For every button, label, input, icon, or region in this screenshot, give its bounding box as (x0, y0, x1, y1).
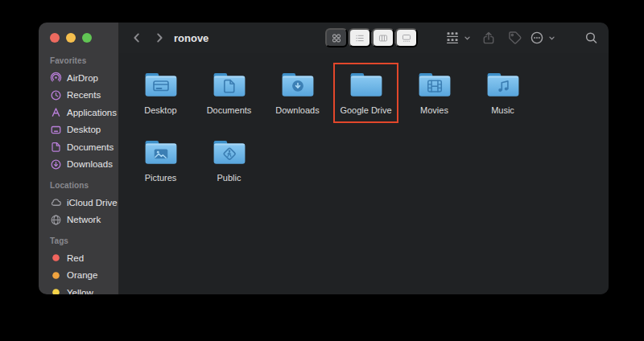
folder-icon (211, 137, 248, 167)
more-button[interactable] (530, 31, 555, 45)
folder-icon (416, 69, 453, 100)
sidebar-section: Tags Red Orange Yellow (50, 236, 118, 294)
content-area: Desktop Documents Downloads Google Drive… (119, 53, 609, 294)
tag-dot-icon (50, 269, 62, 281)
folder-icon (485, 69, 522, 100)
folder-item-public[interactable]: Public (195, 132, 263, 183)
columns-view-icon (378, 31, 388, 45)
list-view-icon (355, 31, 365, 45)
grid-view-icon (332, 31, 341, 45)
chevron-left-icon (130, 31, 143, 44)
gallery-view-button[interactable] (395, 28, 418, 47)
sidebar-section-header: Locations (50, 180, 118, 191)
finder-window: Favorites AirDrop Recents Applications D… (39, 23, 609, 294)
folder-row: Desktop Documents Downloads Google Drive… (126, 64, 537, 116)
main-pane: ronove Desktop Documents (119, 23, 609, 294)
sidebar-section-header: Favorites (50, 55, 118, 67)
airdrop-icon (50, 72, 62, 84)
applications-icon (50, 106, 62, 118)
clock-icon (50, 89, 62, 101)
document-icon (50, 141, 62, 153)
traffic-lights (39, 23, 118, 43)
folder-item-google-drive[interactable]: Google Drive (332, 64, 400, 116)
more-icon (530, 31, 544, 45)
sidebar-item-recents[interactable]: Recents (50, 87, 118, 105)
chevron-right-icon (153, 31, 166, 44)
sidebar-item-red[interactable]: Red (50, 249, 118, 267)
folder-icon (142, 69, 180, 100)
folder-row: Pictures Public (126, 132, 537, 183)
share-button[interactable] (481, 31, 496, 45)
chevron-down-icon (548, 35, 555, 42)
list-view-button[interactable] (349, 28, 371, 47)
cloud-icon (50, 196, 62, 208)
sidebar-section-header: Tags (50, 236, 118, 247)
share-icon (481, 31, 496, 45)
folder-icon (348, 69, 385, 100)
folder-item-desktop[interactable]: Desktop (126, 64, 195, 116)
folder-icon (211, 69, 248, 100)
sidebar-section: Locations iCloud Drive Network (50, 180, 118, 228)
sidebar-item-network[interactable]: Network (50, 212, 118, 229)
column-view-button[interactable] (372, 28, 394, 47)
gallery-view-icon (402, 31, 411, 45)
sidebar-item-desktop[interactable]: Desktop (50, 121, 118, 139)
back-button[interactable] (130, 31, 143, 44)
folder-icon (279, 69, 316, 100)
tag-dot-icon (50, 252, 62, 264)
download-icon (50, 158, 62, 170)
sidebar-item-downloads[interactable]: Downloads (50, 156, 118, 174)
sidebar-sections: Favorites AirDrop Recents Applications D… (39, 55, 118, 294)
folder-grid: Desktop Documents Downloads Google Drive… (126, 64, 537, 183)
icon-view-button[interactable] (325, 28, 348, 47)
minimize-button[interactable] (66, 33, 76, 43)
sidebar-item-documents[interactable]: Documents (50, 138, 118, 156)
desktop-icon (50, 124, 62, 136)
tag-dot-icon (50, 286, 62, 294)
tags-button[interactable] (508, 31, 522, 45)
sidebar-item-orange[interactable]: Orange (50, 267, 118, 285)
globe-icon (50, 214, 62, 226)
chevron-down-icon (464, 35, 471, 42)
folder-icon (142, 137, 180, 167)
folder-item-movies[interactable]: Movies (400, 64, 469, 116)
sidebar: Favorites AirDrop Recents Applications D… (39, 23, 119, 294)
search-button[interactable] (584, 31, 598, 45)
folder-item-downloads[interactable]: Downloads (263, 64, 332, 116)
tag-icon (508, 31, 522, 45)
folder-item-documents[interactable]: Documents (195, 64, 263, 116)
sidebar-item-icloud-drive[interactable]: iCloud Drive (50, 194, 118, 212)
sidebar-item-yellow[interactable]: Yellow (50, 284, 118, 294)
search-icon (584, 31, 598, 45)
toolbar: ronove (119, 23, 609, 53)
group-by-button[interactable] (445, 31, 471, 45)
view-mode-switcher (325, 28, 418, 47)
window-title: ronove (174, 32, 208, 44)
folder-item-music[interactable]: Music (469, 64, 537, 116)
sidebar-item-applications[interactable]: Applications (50, 104, 118, 121)
group-icon (445, 31, 460, 45)
close-button[interactable] (50, 33, 60, 43)
sidebar-section: Favorites AirDrop Recents Applications D… (50, 55, 118, 173)
folder-item-pictures[interactable]: Pictures (126, 132, 195, 183)
screen: Favorites AirDrop Recents Applications D… (0, 0, 644, 341)
forward-button[interactable] (153, 31, 166, 44)
sidebar-item-airdrop[interactable]: AirDrop (50, 69, 118, 87)
zoom-button[interactable] (82, 33, 92, 43)
